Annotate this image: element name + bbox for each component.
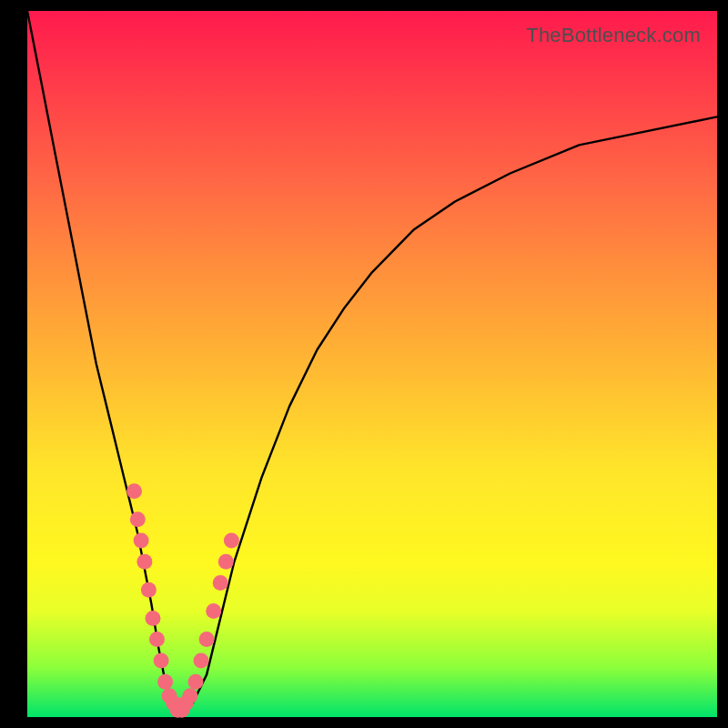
bottleneck-curve — [27, 11, 717, 710]
highlight-dot — [141, 582, 157, 598]
highlight-dot — [134, 533, 149, 549]
curve-svg — [27, 11, 717, 717]
highlight-dot — [206, 603, 221, 619]
highlight-dot — [194, 652, 209, 668]
highlight-dot — [224, 533, 239, 549]
highlight-dot — [136, 554, 152, 570]
highlight-dot — [199, 632, 215, 647]
highlight-dot — [213, 575, 228, 591]
highlight-dot — [218, 554, 234, 570]
highlight-dot — [188, 674, 204, 690]
highlight-dot — [182, 688, 197, 703]
highlight-dot — [146, 611, 161, 626]
highlight-dots — [126, 483, 239, 718]
highlight-dot — [157, 674, 173, 690]
bottleneck-curve-path — [27, 11, 717, 710]
chart-plot-area: TheBottleneck.com — [27, 11, 717, 717]
highlight-dot — [154, 652, 169, 668]
highlight-dot — [149, 632, 165, 647]
highlight-dot — [126, 483, 142, 499]
highlight-dot — [130, 511, 146, 527]
